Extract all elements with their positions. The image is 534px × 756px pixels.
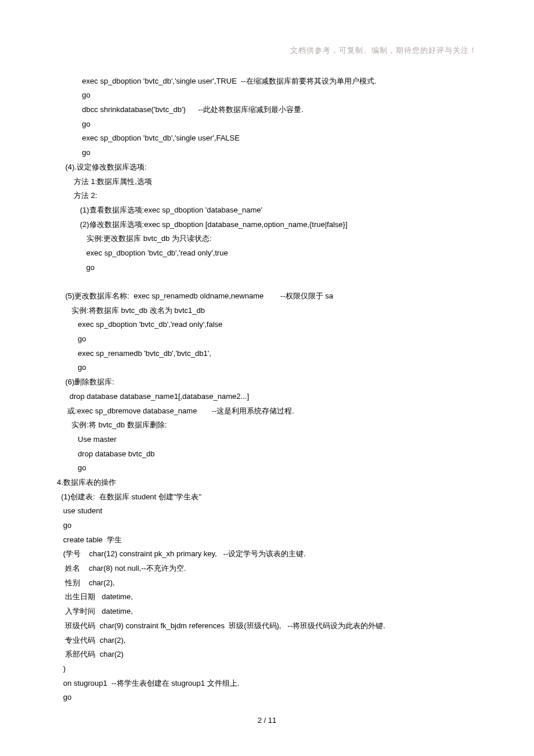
- content-line: 出生日期 datetime,: [57, 590, 477, 604]
- content-line: dbcc shrinkdatabase('bvtc_db') --此处将数据库缩…: [57, 103, 477, 117]
- content-line: go: [57, 461, 477, 476]
- content-line: 专业代码 char(2),: [57, 633, 477, 648]
- content-line: 姓名 char(8) not null,--不充许为空.: [57, 561, 477, 576]
- content-line: use student: [57, 504, 477, 519]
- content-line: go: [57, 88, 477, 103]
- content-line: go: [57, 261, 477, 275]
- content-line: 或:exec sp_dbremove database_name --这是利用系…: [57, 404, 477, 419]
- content-line: (1)查看数据库选项:exec sp_dboption 'database_na…: [57, 203, 477, 218]
- content-line: (2)修改数据库选项:exec sp_dboption [database_na…: [57, 218, 477, 232]
- content-line: Use master: [57, 433, 477, 447]
- content-line: create table 学生: [57, 533, 477, 548]
- content-line: go: [57, 117, 477, 132]
- content-line: 实例:更改数据库 bvtc_db 为只读状态:: [57, 232, 477, 246]
- content-line: (1)创建表: 在数据库 student 创建"学生表": [57, 490, 477, 505]
- content-line: go: [57, 519, 477, 533]
- content-line: exec sp_dboption 'bvtc_db','read only',t…: [57, 246, 477, 261]
- content-line: go: [57, 361, 477, 375]
- content-line: on stugroup1 --将学生表创建在 stugroup1 文件组上.: [57, 676, 477, 691]
- content-line: go: [57, 146, 477, 160]
- content-line: (5)更改数据库名称: exec sp_renamedb oldname,new…: [57, 289, 477, 304]
- content-line: ): [57, 662, 477, 676]
- content-line: exec sp_renamedb 'bvtc_db','bvtc_db1',: [57, 347, 477, 361]
- content-line: exec sp_dboption 'bvtc_db','single user'…: [57, 74, 477, 89]
- content-line: [57, 275, 477, 289]
- content-line: 方法 2:: [57, 189, 477, 203]
- content-line: go: [57, 690, 477, 705]
- content-line: (4).设定修改数据库选项:: [57, 160, 477, 175]
- document-content: exec sp_dboption 'bvtc_db','single user'…: [57, 74, 477, 705]
- header-note: 文档供参考，可复制、编制，期待您的好评与关注！: [57, 44, 477, 58]
- content-line: (学号 char(12) constraint pk_xh primary ke…: [57, 547, 477, 561]
- content-line: 方法 1:数据库属性,选项: [57, 175, 477, 189]
- content-line: drop database bvtc_db: [57, 447, 477, 462]
- content-line: (6)删除数据库:: [57, 375, 477, 390]
- content-line: 系部代码 char(2): [57, 647, 477, 662]
- content-line: exec sp_dboption 'bvtc_db','read only',f…: [57, 318, 477, 332]
- content-line: drop database database_name1[,database_n…: [57, 390, 477, 404]
- content-line: 性别 char(2),: [57, 576, 477, 591]
- content-line: 4.数据库表的操作: [57, 476, 477, 490]
- page-number: 2 / 11: [0, 714, 534, 728]
- content-line: 入学时间 datetime,: [57, 604, 477, 619]
- content-line: 班级代码 char(9) constraint fk_bjdm referenc…: [57, 619, 477, 633]
- content-line: 实例:将数据库 bvtc_db 改名为 bvtc1_db: [57, 304, 477, 318]
- content-line: go: [57, 332, 477, 347]
- content-line: exec sp_dboption 'bvtc_db','single user'…: [57, 131, 477, 146]
- content-line: 实例:将 bvtc_db 数据库删除:: [57, 418, 477, 433]
